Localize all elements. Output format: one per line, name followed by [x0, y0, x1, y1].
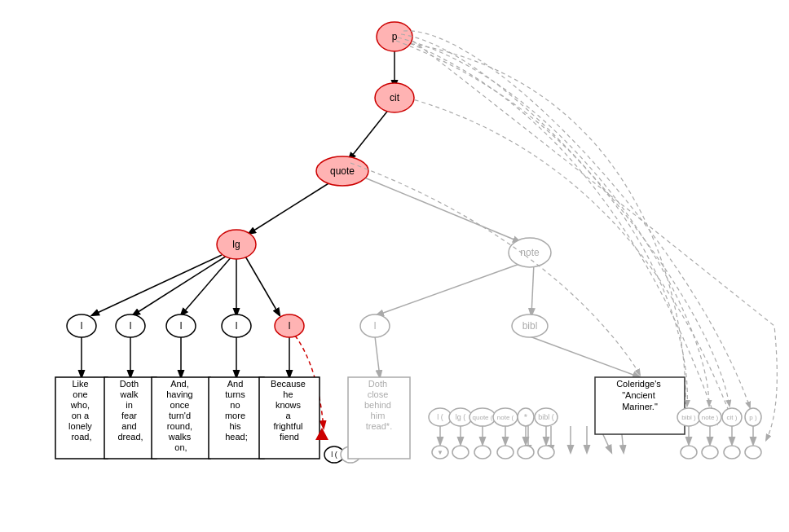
svg-point-35 [538, 446, 554, 459]
node-l3-label: l [180, 320, 183, 332]
token-bibl-close-label: bibl ) [681, 414, 696, 421]
svg-line-7 [245, 255, 280, 315]
svg-line-16 [375, 336, 380, 377]
svg-line-1 [349, 108, 390, 160]
token-l-paren-label: l ( [437, 413, 443, 421]
token-note-close-label: note ) [702, 414, 719, 421]
token-p-close-label: p ) [749, 414, 757, 421]
node-l6-label: l [374, 320, 377, 332]
svg-point-41 [724, 446, 740, 459]
node-l2-label: l [130, 320, 132, 332]
node-l1-label: l [81, 320, 83, 332]
svg-point-31 [497, 446, 514, 459]
svg-line-9 [377, 263, 522, 315]
tree-diagram: p cit quote lg note l l l l l l bibl Lik… [0, 0, 789, 532]
token-lg-paren-label: lg ( [456, 413, 466, 421]
token-quote-paren-label: quote ( [473, 414, 493, 421]
svg-point-33 [518, 446, 534, 459]
node-bibl-label: bibl [522, 320, 538, 332]
svg-line-4 [133, 256, 227, 315]
rect-t2-text: Doth walk in fear and dread, [117, 379, 143, 442]
token-asterisk-label: * [524, 412, 528, 422]
node-quote-label: quote [330, 165, 355, 177]
svg-line-3 [92, 255, 222, 315]
node-cit-label: cit [390, 92, 400, 103]
svg-point-37 [681, 446, 697, 459]
node-l5-label: l [289, 320, 291, 332]
svg-line-10 [531, 263, 534, 315]
node-lg-label: lg [232, 239, 240, 250]
svg-text:▼: ▼ [437, 449, 443, 456]
rect-t6-text: Doth close behind him tread*. [364, 379, 394, 431]
svg-point-39 [702, 446, 718, 459]
svg-line-2 [249, 181, 333, 234]
svg-line-8 [359, 175, 520, 242]
rect-t1-text: Like one who, on a lonely road, [68, 379, 95, 442]
svg-point-27 [452, 446, 469, 459]
rect-t3-text: And, having once turn'd round, walks on, [166, 379, 195, 452]
token-bibl-paren-label: bibl ( [538, 413, 554, 421]
rect-t4-text: And turns no more his head; [225, 379, 248, 442]
svg-line-5 [181, 256, 232, 315]
token-cit-close-label: cit ) [727, 414, 738, 421]
rect-t7-text: Coleridge's "Ancient Mariner." [616, 379, 663, 411]
svg-point-43 [745, 446, 761, 459]
token-note-paren-label: note ( [497, 414, 514, 421]
token-l-open-label: l ( [331, 451, 337, 459]
node-note-label: note [520, 247, 540, 258]
node-l4-label: l [236, 320, 238, 332]
svg-line-17 [530, 336, 640, 377]
svg-point-29 [474, 446, 491, 459]
